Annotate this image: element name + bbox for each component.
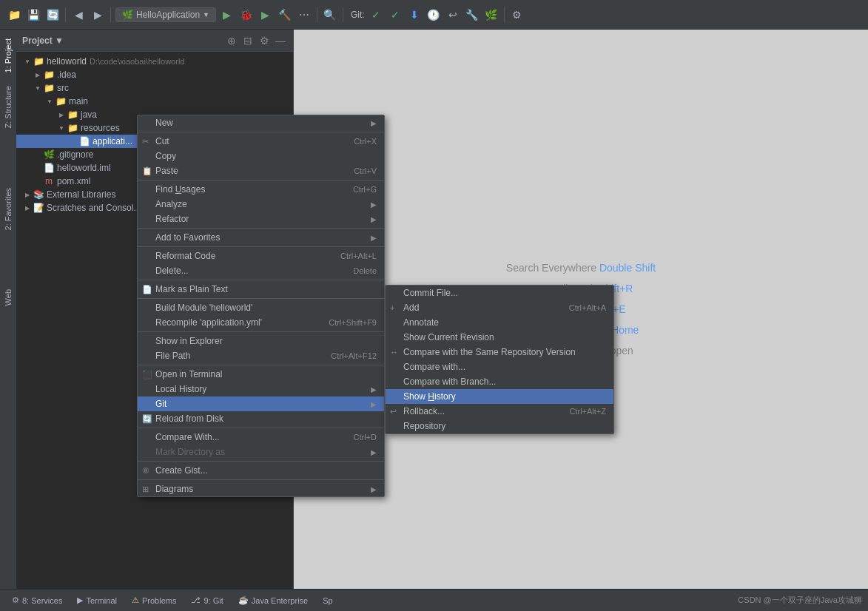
submenu-shortcut-add: Ctrl+Alt+A <box>569 303 606 312</box>
menu-item-recompile[interactable]: Recompile 'application.yml' Ctrl+Shift+F… <box>138 315 384 330</box>
bottom-tab-sp[interactable]: Sp <box>317 595 338 607</box>
menu-sep-8 <box>138 365 384 365</box>
git-push-icon[interactable]: ✓ <box>387 7 403 23</box>
menu-arrow-git: ▶ <box>371 400 377 408</box>
sidebar-tab-structure[interactable]: Z: Structure <box>1 80 15 134</box>
tree-arrow-ext-libs: ▶ <box>22 189 33 200</box>
menu-item-file-path[interactable]: File Path Ctrl+Alt+F12 <box>138 348 384 363</box>
tree-label-src: src <box>57 83 69 93</box>
menu-item-refactor[interactable]: Refactor ▶ <box>138 212 384 226</box>
menu-label-reformat: Reformat Code <box>155 251 215 261</box>
bottom-tab-java-enterprise[interactable]: ☕ Java Enterprise <box>232 594 314 607</box>
toolbar-sep-5 <box>504 7 505 22</box>
menu-arrow-mark-dir: ▶ <box>371 448 377 456</box>
menu-label-refactor: Refactor <box>155 214 189 224</box>
run-config-selector[interactable]: 🌿 HelloApplication ▼ <box>115 7 216 22</box>
submenu-item-annotate[interactable]: Annotate <box>386 315 613 330</box>
git-branches-icon[interactable]: 🌿 <box>483 7 499 23</box>
bottom-tab-terminal-icon: ▶ <box>77 595 83 605</box>
submenu-item-commit-file[interactable]: Commit File... <box>386 286 613 300</box>
menu-sep-3 <box>138 228 384 229</box>
menu-item-show-explorer[interactable]: Show in Explorer <box>138 334 384 348</box>
settings-icon[interactable]: ⚙ <box>509 7 525 23</box>
run-icon[interactable]: ▶ <box>219 7 235 23</box>
menu-label-copy: Copy <box>155 151 176 161</box>
menu-item-open-terminal[interactable]: ⬛ Open in Terminal <box>138 367 384 382</box>
git-commit-icon[interactable]: ✓ <box>368 7 384 23</box>
tree-item-root[interactable]: ▼ 📁 helloworld D:\code\xiaobai\helloworl… <box>16 55 293 68</box>
menu-item-copy[interactable]: Copy <box>138 149 384 163</box>
run-with-coverage-icon[interactable]: ▶ <box>258 7 274 23</box>
sidebar-tab-project[interactable]: 1: Project <box>1 33 15 78</box>
project-hide-icon[interactable]: — <box>274 34 287 47</box>
menu-item-delete[interactable]: Delete... Delete <box>138 263 384 278</box>
bottom-bar: ⚙ 8: Services ▶ Terminal ⚠ Problems ⎇ 9:… <box>0 589 868 611</box>
project-collapse-icon[interactable]: ⊟ <box>241 34 255 47</box>
bottom-tab-git[interactable]: ⎇ 9: Git <box>185 594 229 607</box>
toolbar-sep-2 <box>110 7 111 22</box>
menu-item-reload[interactable]: 🔄 Reload from Disk <box>138 411 384 426</box>
menu-item-create-gist[interactable]: ⑧ Create Gist... <box>138 463 384 478</box>
menu-sep-7 <box>138 331 384 332</box>
menu-sep-2 <box>138 180 384 180</box>
toolbar-sync-icon[interactable]: 🔄 <box>44 7 61 23</box>
search-everywhere-icon[interactable]: 🔍 <box>322 7 338 23</box>
toolbar-forward-icon[interactable]: ▶ <box>90 7 106 23</box>
git-settings-icon[interactable]: 🔧 <box>464 7 480 23</box>
project-locate-icon[interactable]: ⊕ <box>225 34 238 47</box>
git-rollback-icon[interactable]: ↩ <box>445 7 461 23</box>
build-icon[interactable]: 🔨 <box>277 7 293 23</box>
toolbar-back-icon[interactable]: ◀ <box>70 7 87 23</box>
bottom-tab-problems-label: Problems <box>142 596 176 605</box>
menu-label-find-usages: Find Usages <box>155 184 205 195</box>
menu-item-new[interactable]: New ▶ <box>138 115 384 130</box>
tree-item-src[interactable]: ▼ 📁 src <box>16 81 293 95</box>
bottom-tab-services[interactable]: ⚙ 8: Services <box>6 594 68 607</box>
tree-item-idea[interactable]: ▶ 📁 .idea <box>16 68 293 81</box>
bottom-tab-problems[interactable]: ⚠ Problems <box>126 594 182 607</box>
toolbar-open-icon[interactable]: 📁 <box>6 7 22 23</box>
tree-label-scratches: Scratches and Consol... <box>47 203 141 213</box>
menu-item-add-favorites[interactable]: Add to Favorites ▶ <box>138 230 384 245</box>
menu-shortcut-file-path: Ctrl+Alt+F12 <box>331 351 377 360</box>
submenu-item-add[interactable]: + Add Ctrl+Alt+A <box>386 300 613 315</box>
submenu-item-compare-with[interactable]: Compare with... <box>386 359 613 374</box>
bottom-tab-terminal[interactable]: ▶ Terminal <box>71 594 123 607</box>
git-fetch-icon[interactable]: ⬇ <box>406 7 423 23</box>
menu-item-mark-plain[interactable]: 📄 Mark as Plain Text <box>138 282 384 297</box>
menu-shortcut-paste: Ctrl+V <box>354 166 377 175</box>
toolbar-save-icon[interactable]: 💾 <box>25 7 41 23</box>
menu-item-cut[interactable]: ✂ Cut Ctrl+X <box>138 134 384 149</box>
tree-label-java: java <box>81 109 97 120</box>
submenu-shortcut-rollback: Ctrl+Alt+Z <box>569 407 606 416</box>
submenu-label-show-current: Show Current Revision <box>403 332 494 342</box>
git-history-icon[interactable]: 🕐 <box>425 7 442 23</box>
project-gear-icon[interactable]: ⚙ <box>258 34 271 47</box>
submenu-item-show-history[interactable]: Show History <box>386 389 613 404</box>
tree-item-main[interactable]: ▼ 📁 main <box>16 95 293 108</box>
menu-label-mark-plain: Mark as Plain Text <box>155 284 228 294</box>
menu-item-build-module[interactable]: Build Module 'helloworld' <box>138 300 384 315</box>
bottom-tab-git-icon: ⎇ <box>191 595 201 605</box>
submenu-item-rollback[interactable]: ↩ Rollback... Ctrl+Alt+Z <box>386 404 613 419</box>
debug-icon[interactable]: 🐞 <box>238 7 255 23</box>
bottom-tab-problems-icon: ⚠ <box>132 595 139 605</box>
menu-item-compare-with[interactable]: Compare With... Ctrl+D <box>138 430 384 445</box>
submenu-label-commit-file: Commit File... <box>403 288 458 298</box>
submenu-icon-compare-same: ↔ <box>390 348 398 357</box>
menu-item-find-usages[interactable]: Find Usages Ctrl+G <box>138 182 384 197</box>
menu-item-paste[interactable]: 📋 Paste Ctrl+V <box>138 163 384 178</box>
submenu-item-compare-branch[interactable]: Compare with Branch... <box>386 374 613 389</box>
menu-item-reformat[interactable]: Reformat Code Ctrl+Alt+L <box>138 249 384 263</box>
sidebar-tab-favorites[interactable]: 2: Favorites <box>1 182 15 236</box>
submenu-item-repository[interactable]: Repository <box>386 419 613 433</box>
submenu-item-compare-same[interactable]: ↔ Compare with the Same Repository Versi… <box>386 345 613 359</box>
menu-item-analyze[interactable]: Analyze ▶ <box>138 197 384 212</box>
more-icon[interactable]: ⋯ <box>296 7 312 23</box>
menu-item-diagrams[interactable]: ⊞ Diagrams ▶ <box>138 482 384 496</box>
submenu-item-show-current[interactable]: Show Current Revision <box>386 330 613 345</box>
sidebar-tab-web[interactable]: Web <box>1 283 15 311</box>
menu-item-git[interactable]: Git ▶ <box>138 396 384 411</box>
menu-item-local-history[interactable]: Local History ▶ <box>138 382 384 396</box>
tree-label-root: helloworld <box>47 56 87 67</box>
